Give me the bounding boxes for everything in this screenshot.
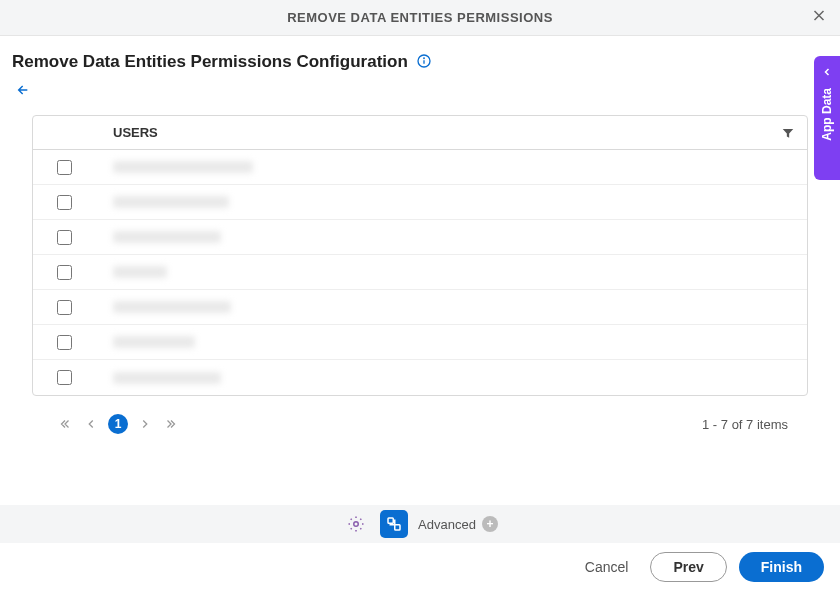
user-name-redacted (113, 301, 231, 313)
users-table: USERS (32, 115, 808, 396)
modal-body: Remove Data Entities Permissions Configu… (0, 36, 840, 444)
row-checkbox-cell (33, 195, 95, 210)
row-checkbox[interactable] (57, 265, 72, 280)
page-number-current[interactable]: 1 (108, 414, 128, 434)
advanced-button[interactable]: Advanced + (418, 516, 498, 532)
schema-mode-icon[interactable] (380, 510, 408, 538)
table-row (33, 150, 807, 185)
user-name-redacted (113, 372, 221, 384)
table-row (33, 360, 807, 395)
user-name-redacted (113, 336, 195, 348)
svg-point-2 (423, 58, 424, 59)
bottom-actions: Cancel Prev Finish (0, 543, 840, 591)
row-checkbox-cell (33, 230, 95, 245)
table-row (33, 220, 807, 255)
app-data-side-tab[interactable]: App Data (814, 56, 840, 180)
close-icon[interactable] (810, 6, 828, 29)
page-next-icon[interactable] (132, 417, 158, 431)
finish-button[interactable]: Finish (739, 552, 824, 582)
settings-gear-icon[interactable] (342, 510, 370, 538)
pagination: 1 1 - 7 of 7 items (32, 404, 808, 444)
svg-point-3 (354, 522, 359, 527)
bottom-toolbar: Advanced + (0, 505, 840, 543)
row-checkbox-cell (33, 370, 95, 385)
row-checkbox[interactable] (57, 230, 72, 245)
side-tab-label: App Data (820, 88, 834, 141)
row-checkbox[interactable] (57, 195, 72, 210)
page-title: Remove Data Entities Permissions Configu… (12, 52, 408, 72)
row-checkbox[interactable] (57, 370, 72, 385)
info-icon[interactable] (416, 53, 432, 72)
advanced-label-text: Advanced (418, 517, 476, 532)
chevron-left-icon (821, 66, 833, 78)
table-row (33, 185, 807, 220)
table-row (33, 290, 807, 325)
page-title-row: Remove Data Entities Permissions Configu… (12, 52, 828, 72)
modal-title: REMOVE DATA ENTITIES PERMISSIONS (287, 10, 553, 25)
user-name-redacted (113, 231, 221, 243)
user-name-redacted (113, 196, 229, 208)
row-checkbox-cell (33, 265, 95, 280)
row-checkbox-cell (33, 160, 95, 175)
page-prev-icon[interactable] (78, 417, 104, 431)
prev-button[interactable]: Prev (650, 552, 726, 582)
table-row (33, 255, 807, 290)
user-name-redacted (113, 266, 167, 278)
row-checkbox[interactable] (57, 300, 72, 315)
plus-circle-icon: + (482, 516, 498, 532)
table-header: USERS (33, 116, 807, 150)
row-checkbox-cell (33, 335, 95, 350)
row-checkbox-cell (33, 300, 95, 315)
cancel-button[interactable]: Cancel (575, 553, 639, 581)
user-name-redacted (113, 161, 253, 173)
back-arrow-icon[interactable] (12, 82, 32, 103)
row-checkbox[interactable] (57, 335, 72, 350)
table-row (33, 325, 807, 360)
svg-rect-5 (395, 525, 400, 530)
table-header-users-label: USERS (95, 125, 158, 140)
svg-rect-4 (388, 518, 393, 523)
modal-header: REMOVE DATA ENTITIES PERMISSIONS (0, 0, 840, 36)
page-count-text: 1 - 7 of 7 items (702, 417, 788, 432)
page-first-icon[interactable] (52, 417, 78, 431)
page-last-icon[interactable] (158, 417, 184, 431)
row-checkbox[interactable] (57, 160, 72, 175)
